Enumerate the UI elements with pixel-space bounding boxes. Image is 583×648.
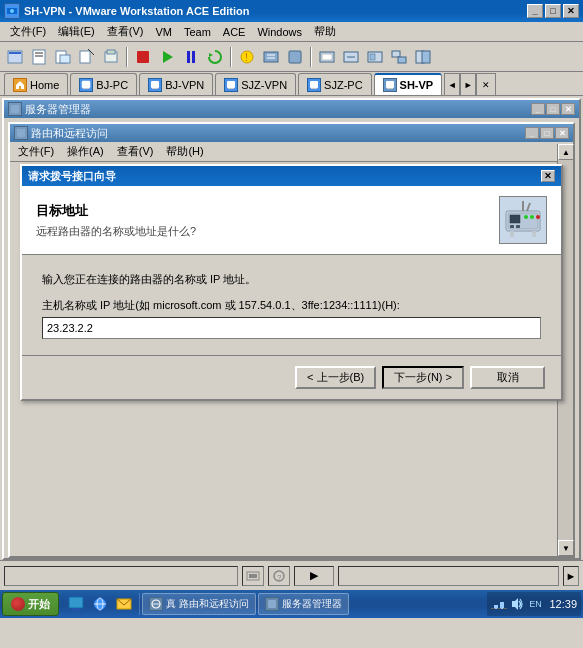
- app-icon: [4, 3, 20, 19]
- rw-maximize-btn[interactable]: □: [540, 127, 554, 139]
- ql-desktop-icon[interactable]: [65, 593, 87, 615]
- scroll-right-button[interactable]: ►: [563, 566, 579, 586]
- menu-file[interactable]: 文件(F): [4, 22, 52, 41]
- svg-rect-13: [107, 50, 115, 54]
- dialog-content: 目标地址 远程路由器的名称或地址是什么?: [22, 186, 561, 399]
- maximize-button[interactable]: □: [545, 4, 561, 18]
- taskbar-item-server[interactable]: 服务器管理器: [258, 593, 349, 615]
- menu-help[interactable]: 帮助: [308, 22, 342, 41]
- toolbar-btn-7[interactable]: [156, 46, 178, 68]
- dialog-next-button[interactable]: 下一步(N) >: [382, 366, 464, 389]
- close-button[interactable]: ✕: [563, 4, 579, 18]
- menu-vm[interactable]: VM: [149, 24, 178, 40]
- toolbar-btn-17[interactable]: [412, 46, 434, 68]
- quick-launch: [61, 593, 140, 615]
- dialog-back-button[interactable]: < 上一步(B): [295, 366, 376, 389]
- toolbar-btn-4[interactable]: [76, 46, 98, 68]
- svg-rect-37: [151, 81, 159, 88]
- toolbar-btn-12[interactable]: [284, 46, 306, 68]
- sm-close-btn[interactable]: ✕: [561, 103, 575, 115]
- tab-prev-button[interactable]: ◄: [444, 73, 460, 95]
- dialog-title-bar[interactable]: 请求拨号接口向导 ✕: [22, 166, 561, 186]
- toolbar-btn-5[interactable]: [100, 46, 122, 68]
- ql-email-icon[interactable]: [113, 593, 135, 615]
- svg-rect-30: [370, 54, 375, 60]
- tab-bj-vpn-icon: [148, 78, 162, 92]
- server-manager-title-buttons: _ □ ✕: [531, 103, 575, 115]
- sm-maximize-btn[interactable]: □: [546, 103, 560, 115]
- tray-network-icon[interactable]: [491, 596, 507, 612]
- ql-ie-icon[interactable]: [89, 593, 111, 615]
- toolbar-btn-15[interactable]: [364, 46, 386, 68]
- tab-bj-pc[interactable]: BJ-PC: [70, 73, 137, 95]
- routing-menu-view[interactable]: 查看(V): [111, 143, 160, 160]
- menu-team[interactable]: Team: [178, 24, 217, 40]
- routing-menu-action[interactable]: 操作(A): [61, 143, 110, 160]
- start-button[interactable]: 开始: [2, 592, 59, 616]
- minimize-button[interactable]: _: [527, 4, 543, 18]
- tray-keyboard-icon[interactable]: EN: [527, 596, 543, 612]
- server-manager-title-bar[interactable]: 服务器管理器 _ □ ✕: [4, 100, 579, 118]
- toolbar-btn-11[interactable]: [260, 46, 282, 68]
- tab-bj-pc-icon: [79, 78, 93, 92]
- dialog-close-button[interactable]: ✕: [541, 170, 555, 182]
- dialog-title: 请求拨号接口向导: [28, 169, 116, 184]
- toolbar-btn-13[interactable]: [316, 46, 338, 68]
- routing-toolbar: 文件(F) 操作(A) 查看(V) 帮助(H): [10, 142, 573, 162]
- menu-ace[interactable]: ACE: [217, 24, 252, 40]
- svg-rect-58: [532, 231, 536, 237]
- menu-edit[interactable]: 编辑(E): [52, 22, 101, 41]
- toolbar: !: [0, 42, 583, 72]
- toolbar-btn-3[interactable]: [52, 46, 74, 68]
- routing-window: 路由和远程访问 _ □ ✕ 文件(F) 操作(A) 查看(V) 帮助(H) 请求…: [8, 122, 575, 558]
- tab-sjz-vpn[interactable]: SJZ-VPN: [215, 73, 296, 95]
- rw-close-btn[interactable]: ✕: [555, 127, 569, 139]
- tab-home-label: Home: [30, 79, 59, 91]
- svg-rect-74: [491, 608, 495, 609]
- tab-bj-pc-label: BJ-PC: [96, 79, 128, 91]
- rw-minimize-btn[interactable]: _: [525, 127, 539, 139]
- svg-rect-10: [80, 51, 90, 63]
- svg-rect-46: [17, 129, 25, 137]
- routing-title-bar[interactable]: 路由和远程访问 _ □ ✕: [10, 124, 573, 142]
- routing-menu-file[interactable]: 文件(F): [12, 143, 60, 160]
- toolbar-btn-2[interactable]: [28, 46, 50, 68]
- tab-sjz-pc-icon: [307, 78, 321, 92]
- taskbar: 开始 真 路由和远程访问 服务器管理器 EN 12:39: [0, 590, 583, 618]
- menu-windows[interactable]: Windows: [251, 24, 308, 40]
- tray-speaker-icon[interactable]: [509, 596, 525, 612]
- dialog-ip-label: 主机名称或 IP 地址(如 microsoft.com 或 157.54.0.1…: [42, 298, 541, 313]
- dialog-header-text: 目标地址 远程路由器的名称或地址是什么?: [36, 202, 499, 239]
- toolbar-btn-8[interactable]: [180, 46, 202, 68]
- toolbar-btn-6[interactable]: [132, 46, 154, 68]
- system-tray: EN 12:39: [487, 592, 581, 616]
- dialog-cancel-button[interactable]: 取消: [470, 366, 545, 389]
- menu-view[interactable]: 查看(V): [101, 22, 150, 41]
- routing-icon: [14, 126, 28, 140]
- tab-home[interactable]: Home: [4, 73, 68, 95]
- routing-menu-help[interactable]: 帮助(H): [160, 143, 209, 160]
- toolbar-btn-9[interactable]: [204, 46, 226, 68]
- dialog-ip-input[interactable]: [42, 317, 541, 339]
- tab-next-button[interactable]: ►: [460, 73, 476, 95]
- status-bar: ? ▶ ►: [0, 560, 583, 590]
- toolbar-btn-10[interactable]: !: [236, 46, 258, 68]
- scroll-down-button[interactable]: ▼: [558, 540, 574, 556]
- svg-rect-53: [510, 225, 514, 228]
- tab-sh-vp[interactable]: SH-VP: [374, 73, 443, 95]
- scroll-up-button[interactable]: ▲: [558, 144, 574, 160]
- svg-rect-73: [500, 602, 504, 609]
- taskbar-item-routing[interactable]: 真 路由和远程访问: [142, 593, 256, 615]
- svg-rect-41: [310, 81, 318, 88]
- tab-sjz-pc[interactable]: SJZ-PC: [298, 73, 372, 95]
- main-content: 服务器管理器 _ □ ✕ 路由和远程访问 _ □ ✕ 文件(F): [0, 96, 583, 590]
- toolbar-btn-16[interactable]: [388, 46, 410, 68]
- tab-menu-button[interactable]: ✕: [476, 73, 496, 95]
- svg-rect-45: [11, 105, 19, 113]
- toolbar-btn-1[interactable]: [4, 46, 26, 68]
- toolbar-separator-3: [310, 47, 312, 67]
- sm-minimize-btn[interactable]: _: [531, 103, 545, 115]
- tab-bj-vpn[interactable]: BJ-VPN: [139, 73, 213, 95]
- svg-rect-17: [192, 51, 195, 63]
- toolbar-btn-14[interactable]: [340, 46, 362, 68]
